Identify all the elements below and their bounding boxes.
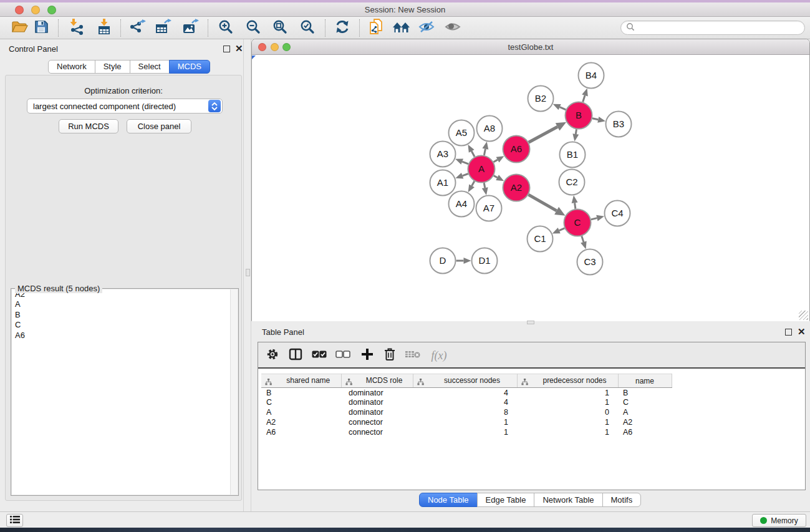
result-item[interactable]: A	[12, 299, 238, 309]
graph-node-D1[interactable]: D1	[472, 248, 498, 274]
zoom-selected-button[interactable]	[296, 18, 319, 38]
result-item[interactable]: A6	[12, 331, 238, 341]
deselect-all-button[interactable]	[334, 347, 352, 364]
table-tab-network-table[interactable]: Network Table	[534, 493, 602, 507]
graph-node-B3[interactable]: B3	[606, 112, 632, 137]
graph-node-C4[interactable]: C4	[605, 201, 630, 226]
table-cell[interactable]: dominator	[341, 407, 413, 417]
graph-edge-B-B1[interactable]	[576, 129, 576, 134]
criterion-dropdown[interactable]: largest connected component (directed)	[27, 99, 223, 114]
duplicate-network-button[interactable]	[365, 18, 388, 38]
graph-edge-C-C4[interactable]	[591, 218, 597, 220]
mcds-result-list[interactable]: A2ABCA6	[12, 289, 238, 495]
table-cell[interactable]: 0	[517, 407, 618, 417]
graph-node-B[interactable]: B	[566, 102, 592, 129]
table-cell[interactable]: C	[618, 397, 672, 407]
task-history-button[interactable]	[6, 514, 23, 527]
graph-edge-A2-C[interactable]	[529, 195, 557, 211]
export-image-button[interactable]	[180, 18, 202, 38]
result-item[interactable]: C	[12, 320, 238, 330]
table-cell[interactable]: A	[261, 407, 341, 417]
graph-edge-C-C2[interactable]	[575, 203, 576, 209]
graph-node-A7[interactable]: A7	[476, 196, 502, 221]
graph-edge-A-A2[interactable]	[494, 176, 498, 178]
graph-node-A3[interactable]: A3	[430, 142, 456, 167]
refresh-view-button[interactable]	[331, 18, 354, 38]
export-network-button[interactable]	[126, 18, 148, 38]
table-cell[interactable]: 1	[517, 397, 618, 407]
memory-button[interactable]: Memory	[752, 514, 806, 527]
tab-network[interactable]: Network	[48, 60, 95, 74]
table-cell[interactable]: dominator	[341, 388, 413, 398]
table-cell[interactable]: A	[618, 407, 672, 417]
table-cell[interactable]: 1	[517, 417, 618, 427]
column-header-shared-name[interactable]: shared name	[261, 374, 341, 388]
graph-edge-C-C3[interactable]	[582, 236, 584, 242]
table-cell[interactable]: connector	[341, 427, 413, 437]
graph-node-A5[interactable]: A5	[449, 120, 475, 146]
zoom-out-button[interactable]	[242, 18, 264, 38]
tab-mcds[interactable]: MCDS	[169, 60, 210, 74]
control-panel-close-button[interactable]: ✕	[235, 45, 243, 52]
graph-node-C[interactable]: C	[564, 210, 591, 236]
table-row[interactable]: Adominator80A	[261, 407, 672, 417]
show-panels-button[interactable]	[441, 18, 464, 38]
vertical-splitter-handle[interactable]	[246, 269, 250, 276]
table-cell[interactable]: 1	[517, 388, 618, 398]
graph-edge-A-A5[interactable]	[471, 151, 475, 157]
table-cell[interactable]: B	[618, 388, 672, 398]
column-header-mcds-role[interactable]: MCDS role	[341, 374, 413, 388]
table-tab-node-table[interactable]: Node Table	[419, 493, 478, 507]
table-row[interactable]: A6connector11A6	[261, 427, 672, 437]
graph-edge-A-A7[interactable]	[484, 183, 485, 188]
export-table-button[interactable]	[152, 18, 175, 38]
table-panel-close-button[interactable]: ✕	[798, 328, 806, 335]
table-row[interactable]: Bdominator41B	[261, 388, 672, 398]
import-network-button[interactable]	[65, 18, 88, 38]
table-cell[interactable]: 1	[413, 417, 517, 427]
result-scrollbar[interactable]	[230, 289, 238, 495]
table-cell[interactable]: connector	[341, 417, 413, 427]
network-overview-button[interactable]	[390, 18, 413, 38]
graph-edge-A-A8[interactable]	[484, 149, 485, 155]
control-panel-float-button[interactable]	[223, 46, 230, 52]
zoom-in-button[interactable]	[215, 18, 237, 38]
graph-edge-A-A4[interactable]	[472, 181, 475, 186]
table-row[interactable]: Cdominator41C	[261, 397, 672, 407]
result-item[interactable]: B	[12, 310, 238, 320]
column-header-successor-nodes[interactable]: successor nodes	[413, 374, 517, 388]
graph-node-A[interactable]: A	[468, 156, 495, 183]
graph-edge-A-A1[interactable]	[463, 174, 468, 176]
window-resize-grip[interactable]	[799, 311, 808, 320]
import-table-button[interactable]	[93, 18, 115, 38]
table-cell[interactable]: C	[261, 397, 341, 407]
graph-node-A1[interactable]: A1	[430, 170, 456, 196]
table-cell[interactable]: 8	[413, 407, 517, 417]
graph-node-D[interactable]: D	[430, 248, 456, 274]
table-tab-motifs[interactable]: Motifs	[602, 493, 642, 507]
table-cell[interactable]: 1	[517, 427, 618, 437]
table-cell[interactable]: dominator	[341, 397, 413, 407]
graph-node-A8[interactable]: A8	[477, 116, 503, 142]
function-builder-button[interactable]: f(x)	[430, 347, 448, 364]
graph-node-B1[interactable]: B1	[560, 142, 586, 168]
graph-edge-A-A6[interactable]	[494, 160, 498, 162]
graph-node-B4[interactable]: B4	[579, 63, 604, 89]
delete-column-button[interactable]	[380, 347, 399, 364]
graph-edge-B-B3[interactable]	[592, 118, 598, 120]
graph-node-A2[interactable]: A2	[503, 175, 530, 201]
create-column-button[interactable]	[358, 347, 377, 364]
network-window-titlebar[interactable]: testGlobe.txt	[252, 39, 809, 55]
table-cell[interactable]: A2	[261, 417, 341, 427]
graph-edge-A6-B[interactable]	[529, 127, 557, 142]
table-cell[interactable]: A6	[618, 427, 672, 437]
table-row[interactable]: A2connector11A2	[261, 417, 672, 427]
app-titlebar[interactable]: Session: New Session	[0, 2, 810, 17]
column-header-predecessor-nodes[interactable]: predecessor nodes	[517, 374, 618, 388]
graph-node-A4[interactable]: A4	[449, 191, 475, 217]
table-settings-button[interactable]	[263, 347, 282, 364]
table-cell[interactable]: A6	[261, 427, 341, 437]
close-panel-button[interactable]: Close panel	[127, 119, 191, 133]
graph-node-C2[interactable]: C2	[559, 170, 585, 195]
table-cell[interactable]: B	[261, 388, 341, 398]
